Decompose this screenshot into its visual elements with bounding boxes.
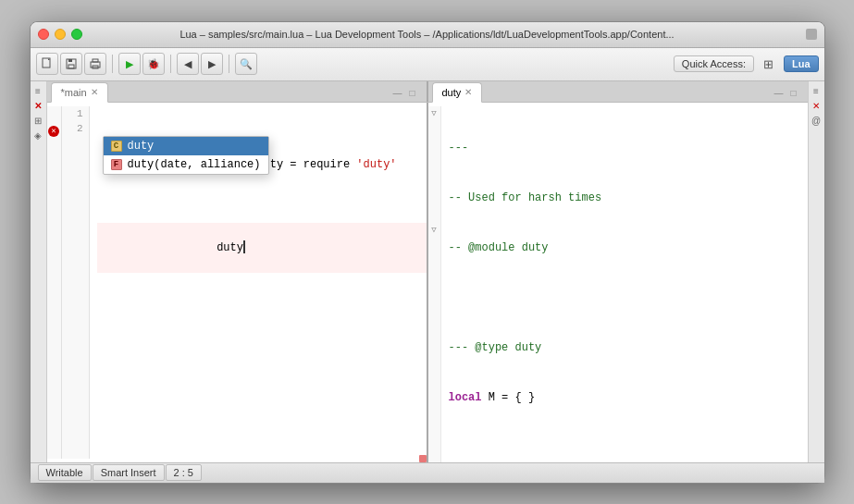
quick-access-button[interactable]: Quick Access: [674,55,754,72]
traffic-lights [38,29,82,40]
tab-main[interactable]: *main ✕ [51,82,108,103]
ac-label-1: duty(date, alliance) [128,158,261,171]
status-position: 2 : 5 [166,464,202,481]
right-sidebar-icon-2[interactable]: ✕ [810,100,823,113]
gutter-line-2: ✕ [47,123,62,140]
left-pane-controls: — □ [391,87,423,102]
rcode-2: -- Used for harsh times [449,190,808,206]
svg-rect-2 [68,59,72,62]
sidebar-icon-1[interactable]: ≡ [31,85,44,98]
left-sidebar: ≡ ✕ ⊞ ◈ [31,81,47,462]
error-gutter-mark [419,455,427,462]
gutter-blank-5 [428,190,440,206]
toolbar-group-file [36,53,106,75]
autocomplete-item-0[interactable]: C duty [104,137,268,155]
run-btn[interactable]: ▶ [118,53,141,75]
titlebar: Lua – samples/src/main.lua – Lua Develop… [31,22,824,48]
print-btn[interactable] [84,53,106,75]
ac-icon-func-1: F [111,159,122,170]
rcode-6: local M = { } [449,389,808,406]
lua-badge: Lua [784,55,819,72]
rcode-4 [449,289,808,306]
sidebar-icon-4[interactable]: ◈ [31,129,44,142]
gutter-blank-3 [428,156,440,173]
ac-label-0: duty [128,140,155,153]
left-line-numbers: 1 2 [62,106,90,459]
left-gutter: ✕ [47,106,62,459]
text-cursor [243,240,245,253]
save-btn[interactable] [60,53,82,75]
gutter-blank-7 [428,240,440,256]
status-writable: Writable [38,464,92,481]
minimize-button[interactable] [55,29,66,40]
sidebar-icon-2[interactable]: ✕ [31,100,44,113]
svg-rect-3 [68,65,74,68]
editors-tab-bar: *main ✕ — □ duty ✕ [47,81,808,103]
gutter-blank-8 [428,256,440,273]
forward-btn[interactable]: ▶ [201,53,223,75]
gutter-blank-6 [428,206,440,223]
tab-main-label: *main [61,87,87,98]
left-pane-minimize-btn[interactable]: — [391,87,404,100]
sep1 [112,55,113,73]
fold-btn-2[interactable]: ▽ [428,223,440,240]
left-editor-pane: ✕ 1 2 local duty = require [47,103,428,462]
gutter-blank-4 [428,173,440,190]
back-btn[interactable]: ◀ [177,53,199,75]
search-btn[interactable]: 🔍 [235,53,257,75]
rcode-5: --- @type duty [449,339,808,356]
right-sidebar-icon-3[interactable]: @ [810,115,823,128]
gutter-blank-2 [428,140,440,156]
sep2 [170,55,171,73]
rcode-3: -- @module duty [449,240,808,256]
right-sidebar-icon-1[interactable]: ≡ [810,85,823,98]
ac-icon-class-0: C [111,141,122,152]
right-pane-controls: — □ [773,87,804,102]
left-pane-tabs: *main ✕ — □ [47,81,427,102]
sep3 [229,55,229,73]
sidebar-icon-3[interactable]: ⊞ [31,115,44,128]
perspective-btn[interactable]: ⊞ [758,53,780,75]
autocomplete-popup: C duty F duty(date, alliance) [103,136,269,175]
fold-btn-1[interactable]: ▽ [428,106,440,123]
toolbar-group-search: 🔍 [235,53,257,75]
gutter-line-1 [47,106,62,123]
rcode-7 [449,439,808,456]
split-editors: ✕ 1 2 local duty = require [47,103,808,462]
tab-duty-close[interactable]: ✕ [464,87,472,97]
right-pane-minimize-btn[interactable]: — [773,87,786,100]
right-code-area: ▽ ▽ [428,103,808,462]
toolbar-group-actions: ▶ 🐞 [118,53,165,75]
tab-duty-label: duty [442,87,462,98]
left-pane-maximize-btn[interactable]: □ [406,87,419,100]
tab-main-close[interactable]: ✕ [91,87,98,97]
editors-area: *main ✕ — □ duty ✕ [47,81,808,462]
right-sidebar: ≡ ✕ @ [808,81,824,462]
right-editor-pane: ▽ ▽ [428,103,808,462]
error-marker-1: ✕ [48,126,59,137]
debug-btn[interactable]: 🐞 [142,53,165,75]
toolbar-group-nav: ◀ ▶ [177,53,223,75]
tab-duty[interactable]: duty ✕ [432,82,483,103]
code-text-2: duty [217,241,243,254]
close-button[interactable] [38,29,49,40]
code-line-2: duty [97,223,427,273]
svg-rect-5 [93,59,98,62]
new-file-btn[interactable] [36,53,58,75]
maximize-button[interactable] [71,29,82,40]
left-editor-content[interactable]: ✕ 1 2 local duty = require [47,103,427,462]
toolbar: ▶ 🐞 ◀ ▶ 🔍 Quick Access: ⊞ Lua [31,48,824,81]
str-duty: 'duty' [356,158,396,171]
autocomplete-item-1[interactable]: F duty(date, alliance) [104,155,268,174]
status-insert-mode: Smart Insert [93,464,165,481]
right-editor-content[interactable]: ▽ ▽ [428,103,808,462]
rcode-1: --- [449,140,808,156]
resize-icon[interactable] [806,29,817,40]
right-pane-tabs: duty ✕ — □ [428,81,808,102]
right-pane-maximize-btn[interactable]: □ [787,87,800,100]
main-content: ≡ ✕ ⊞ ◈ *main ✕ — □ [31,81,824,462]
main-window: Lua – samples/src/main.lua – Lua Develop… [30,21,825,484]
right-gutter: ▽ ▽ [428,106,441,462]
quick-access-area: Quick Access: ⊞ Lua [674,53,819,75]
right-code-lines[interactable]: --- -- Used for harsh times -- @module d… [441,106,808,462]
